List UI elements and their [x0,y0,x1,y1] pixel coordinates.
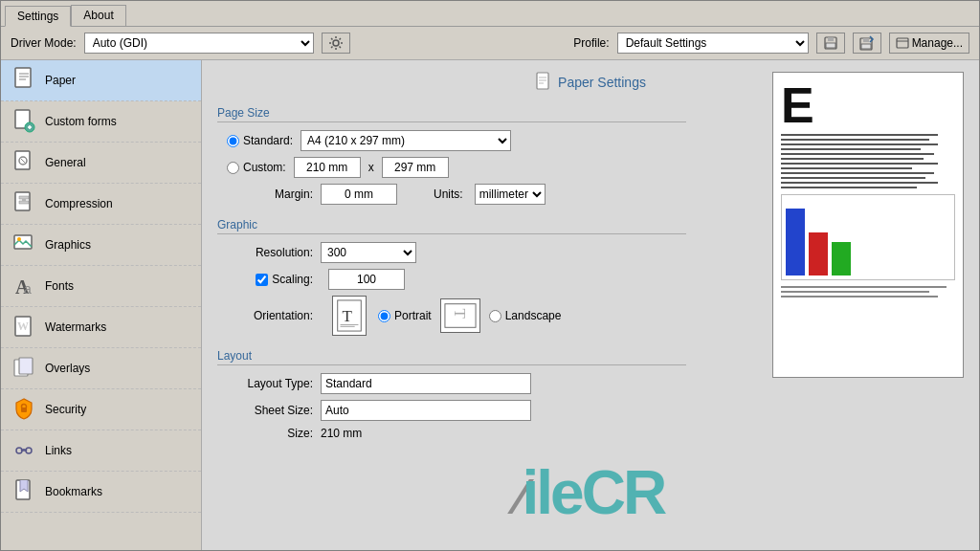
overlays-icon [11,355,37,382]
sidebar-item-graphics[interactable]: Graphics [1,225,201,266]
custom-height-input[interactable] [382,157,449,178]
page-title: Paper Settings [558,75,646,90]
preview-lines-2 [781,286,955,298]
margin-row: Margin: Units: millimeter [217,184,686,205]
resolution-select[interactable]: 300 [321,242,416,263]
size-label: Size: [227,427,313,440]
size-row: Size: 210 mm [217,427,686,440]
gear-icon [328,35,344,51]
svg-rect-5 [863,38,869,42]
chart-bar-green [832,242,851,276]
driver-settings-button[interactable] [322,33,350,54]
sheet-size-input[interactable] [321,400,531,421]
standard-radio[interactable] [227,135,239,147]
chart-bar-blue [786,209,805,276]
layout-type-label: Layout Type: [227,377,313,390]
custom-label: Custom: [243,161,286,174]
svg-text:T: T [342,307,352,325]
svg-rect-2 [828,37,834,41]
svg-point-0 [333,40,339,46]
tab-about[interactable]: About [71,5,125,26]
standard-select[interactable]: A4 (210 x 297 mm) [301,130,511,151]
driver-mode-label: Driver Mode: [11,36,77,50]
margin-input[interactable] [321,184,397,205]
preview-panel: E [772,72,964,378]
layout-section: Layout Layout Type: Sheet Size: Size: 21… [217,349,686,440]
sidebar-item-watermarks[interactable]: W Watermarks [1,307,201,348]
svg-rect-9 [15,68,31,87]
preview-lines [781,134,955,188]
portrait-radio-label[interactable]: Portrait [378,309,432,322]
standard-row: Standard: A4 (210 x 297 mm) [217,130,686,151]
content-panel: Paper Settings Page Size Standard: A4 (2… [202,60,979,550]
landscape-label: Landscape [505,309,562,322]
layout-type-input[interactable] [321,373,531,394]
sheet-size-label: Sheet Size: [227,404,313,417]
portrait-icon[interactable]: T [332,296,367,336]
profile-label: Profile: [573,36,609,50]
sidebar-item-links[interactable]: Links [1,430,201,472]
sidebar-label-paper: Paper [45,74,76,87]
svg-rect-6 [861,44,871,49]
sheet-size-row: Sheet Size: [217,400,686,421]
scaling-checkbox-label[interactable]: Scaling: [227,273,313,286]
sidebar-item-overlays[interactable]: Overlays [1,348,201,389]
resolution-row: Resolution: 300 [217,242,686,263]
units-select[interactable]: millimeter [475,184,546,205]
tab-settings[interactable]: Settings [5,6,71,27]
sidebar-item-bookmarks[interactable]: Bookmarks [1,472,201,513]
svg-rect-27 [19,358,33,374]
watermarks-icon: W [11,314,37,341]
scaling-input[interactable] [328,269,405,290]
sidebar-label-compression: Compression [45,197,113,210]
save-icon [823,35,838,51]
driver-mode-select[interactable]: Auto (GDI) [84,33,314,54]
custom-radio[interactable] [227,162,239,174]
scaling-label: Scaling: [272,273,313,286]
svg-text:T: T [451,308,469,319]
save-as-icon [859,35,875,51]
sidebar-item-fonts[interactable]: Aa Fonts [1,266,201,307]
manage-button[interactable]: Manage... [889,33,969,54]
watermark-overlay: ∕ileCR [202,435,979,550]
save-as-button[interactable] [853,33,881,54]
size-value: 210 mm [321,427,362,440]
toolbar: Driver Mode: Auto (GDI) Profile: Default… [1,27,979,60]
custom-forms-icon [11,108,37,135]
compression-icon [11,190,37,217]
scaling-checkbox[interactable] [256,274,268,286]
landscape-radio[interactable] [489,310,501,322]
sidebar-label-links: Links [45,444,72,457]
orientation-label: Orientation: [227,309,313,322]
sidebar-item-compression[interactable]: Compression [1,184,201,225]
sidebar-label-general: General [45,156,86,169]
profile-select[interactable]: Default Settings [617,33,809,54]
bookmarks-icon [11,478,37,505]
sidebar-item-custom-forms[interactable]: Custom forms [1,101,201,143]
main-area: Paper Custom forms General [1,60,979,550]
portrait-radio[interactable] [378,310,390,322]
page-size-header: Page Size [217,106,686,122]
sidebar: Paper Custom forms General [1,60,202,550]
sidebar-item-general[interactable]: General [1,143,201,184]
landscape-radio-label[interactable]: Landscape [489,309,562,322]
sidebar-item-security[interactable]: Security [1,389,201,430]
margin-label: Margin: [227,187,313,201]
sidebar-item-paper[interactable]: Paper [1,60,201,101]
manage-icon [896,36,909,50]
preview-letter-e: E [781,80,955,130]
layout-header: Layout [217,349,686,365]
layout-type-row: Layout Type: [217,373,686,394]
svg-rect-34 [537,73,548,89]
preview-inner: E [773,73,963,377]
sidebar-label-custom-forms: Custom forms [45,115,117,128]
svg-point-21 [17,237,21,241]
graphic-section: Graphic Resolution: 300 Scaling: [217,218,686,336]
standard-radio-label[interactable]: Standard: [227,134,293,147]
custom-width-input[interactable] [294,157,361,178]
svg-text:W: W [17,320,29,333]
landscape-icon[interactable]: T [440,298,480,333]
custom-radio-label[interactable]: Custom: [227,161,286,174]
links-icon [11,437,37,464]
save-button[interactable] [816,33,845,54]
